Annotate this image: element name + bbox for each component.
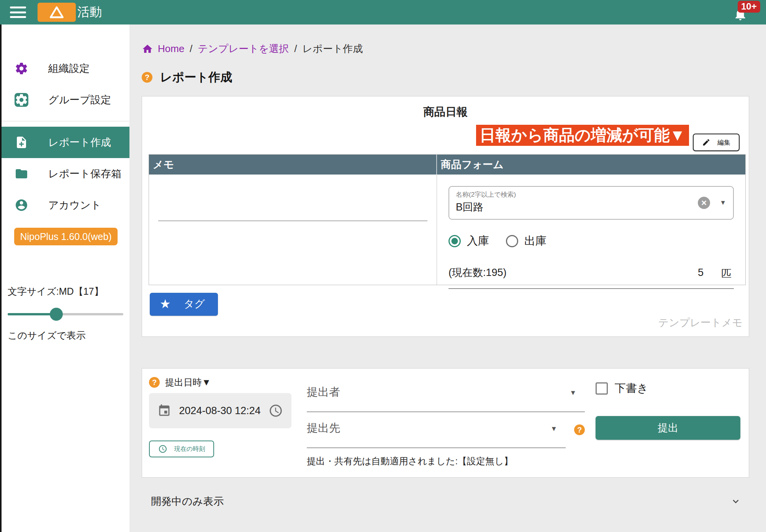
destination-help-icon[interactable]: ?	[574, 424, 585, 435]
sidebar-item-label: 組織設定	[48, 62, 90, 75]
current-time-button[interactable]: 現在の時刻	[149, 441, 214, 457]
pencil-icon	[702, 138, 710, 147]
font-size-label: 文字サイズ:MD【17】	[8, 285, 129, 298]
stock-in-radio[interactable]	[448, 235, 461, 247]
notifications-button[interactable]: 10+	[733, 4, 748, 21]
gear-square-icon	[15, 93, 28, 107]
product-form-column-header: 商品フォーム	[437, 158, 745, 171]
destination-select-label: 提出先	[307, 422, 340, 434]
star-icon: ★	[160, 298, 171, 310]
destination-select[interactable]: 提出先 ▼	[307, 412, 566, 448]
app-header: 活動 10+	[0, 0, 766, 24]
calendar-icon	[157, 404, 171, 418]
destination-caret-icon: ▼	[550, 425, 557, 433]
datetime-value[interactable]: 2024-08-30 12:24	[173, 405, 267, 417]
sidebar-item-label: アカウント	[48, 198, 101, 212]
sidebar-item-account[interactable]: アカウント	[2, 189, 129, 221]
edit-button-label: 編集	[717, 138, 730, 147]
product-search-label: 名称(2字以上で検索)	[456, 190, 691, 199]
memo-column-header: メモ	[149, 155, 437, 175]
main-content: Home / テンプレートを選択 / レポート作成 ? レポート作成 商品日報 …	[129, 24, 766, 532]
sidebar-item-organization-settings[interactable]: 組織設定	[2, 53, 129, 84]
app-window: 活動 10+ 組織設定 グループ設定 レポート作成 レポート保存箱	[0, 0, 766, 532]
quantity-value[interactable]: 5	[698, 267, 704, 281]
edit-button[interactable]: 編集	[693, 134, 740, 151]
sidebar: 組織設定 グループ設定 レポート作成 レポート保存箱 アカウント NipoPlu…	[0, 24, 129, 532]
person-circle-icon	[15, 198, 28, 212]
product-form-cell: 名称(2字以上で検索) B回路 × ▼ 入庫 出庫	[437, 175, 745, 285]
search-dropdown-caret-icon[interactable]: ▼	[720, 199, 726, 207]
breadcrumb-template-link[interactable]: テンプレートを選択	[198, 42, 289, 55]
font-size-note: このサイズで表示	[8, 329, 129, 342]
tag-button[interactable]: ★ タグ	[150, 293, 218, 316]
draft-checkbox[interactable]	[596, 382, 608, 395]
datetime-picker-field[interactable]: 2024-08-30 12:24	[149, 393, 291, 428]
home-icon	[142, 43, 153, 55]
chevron-down-icon	[730, 496, 741, 507]
submitter-select[interactable]: 提出者 ▼	[307, 376, 585, 412]
current-count-text: (現在数:195)	[448, 266, 507, 279]
document-add-icon	[15, 135, 28, 149]
product-search-field[interactable]: 名称(2字以上で検索) B回路 × ▼	[448, 186, 734, 220]
datetime-help-icon[interactable]: ?	[149, 377, 160, 388]
app-title: 活動	[77, 4, 102, 21]
gear-icon	[15, 62, 28, 75]
hamburger-menu-button[interactable]	[10, 7, 26, 18]
sidebar-item-report-storage[interactable]: レポート保存箱	[2, 158, 129, 189]
clock-icon	[268, 403, 283, 418]
draft-checkbox-label: 下書き	[615, 381, 648, 396]
page-help-icon[interactable]: ?	[142, 72, 152, 83]
datetime-label[interactable]: 提出日時▼	[165, 376, 211, 388]
notification-count-badge: 10+	[738, 1, 760, 13]
breadcrumb-separator: /	[190, 43, 192, 55]
submit-button[interactable]: 提出	[596, 416, 740, 440]
memo-input-underline[interactable]	[158, 220, 427, 221]
annotation-callout: 日報から商品の増減が可能▼	[476, 125, 689, 146]
slider-thumb[interactable]	[50, 308, 63, 321]
product-search-value[interactable]: B回路	[456, 200, 691, 214]
stock-in-label: 入庫	[467, 233, 489, 249]
sidebar-item-label: レポート保存箱	[48, 167, 121, 181]
sidebar-item-label: グループ設定	[48, 93, 111, 107]
submitter-select-label: 提出者	[307, 386, 340, 398]
report-form-table: メモ 商品フォーム 名称(2字以上で検索) B回路 × ▼	[149, 154, 746, 285]
stock-out-label: 出庫	[524, 233, 547, 249]
dev-only-expander[interactable]: 開発中のみ表示	[142, 494, 749, 508]
stock-out-radio[interactable]	[506, 235, 518, 247]
folder-icon	[15, 167, 28, 181]
version-button[interactable]: NipoPlus 1.60.0(web)	[14, 228, 118, 245]
slider-fill	[8, 313, 56, 315]
sidebar-divider	[2, 121, 129, 121]
report-template-title: 商品日報	[142, 104, 749, 119]
triangle-logo-icon	[49, 4, 65, 20]
submitter-caret-icon: ▼	[570, 389, 576, 397]
app-logo-button[interactable]	[38, 3, 76, 22]
page-title: レポート作成	[160, 69, 232, 85]
sidebar-item-label: レポート作成	[48, 135, 111, 149]
clear-search-icon[interactable]: ×	[698, 197, 710, 209]
submit-card: ? 提出日時▼ 2024-08-30 12:24 現在の時刻	[142, 368, 749, 478]
report-template-card: 商品日報 日報から商品の増減が可能▼ 編集 メモ 商品フォーム	[142, 96, 749, 337]
sidebar-item-group-settings[interactable]: グループ設定	[2, 84, 129, 116]
memo-cell[interactable]	[149, 175, 437, 285]
sidebar-item-report-create[interactable]: レポート作成	[2, 127, 129, 158]
tag-button-label: タグ	[184, 297, 205, 311]
breadcrumb-current: レポート作成	[302, 42, 363, 55]
font-size-slider[interactable]	[8, 308, 123, 321]
breadcrumb: Home / テンプレートを選択 / レポート作成	[142, 42, 749, 55]
current-time-button-label: 現在の時刻	[174, 445, 205, 453]
breadcrumb-home-link[interactable]: Home	[158, 43, 184, 55]
clock-icon	[158, 444, 167, 454]
template-memo-text: テンプレートメモ	[142, 316, 743, 330]
unit-label: 匹	[721, 267, 732, 281]
breadcrumb-separator: /	[294, 43, 297, 55]
auto-apply-note: 提出・共有先は自動適用されました:【設定無し】	[307, 455, 585, 467]
quantity-input-underline[interactable]	[448, 288, 734, 289]
dev-only-label: 開発中のみ表示	[151, 494, 224, 508]
